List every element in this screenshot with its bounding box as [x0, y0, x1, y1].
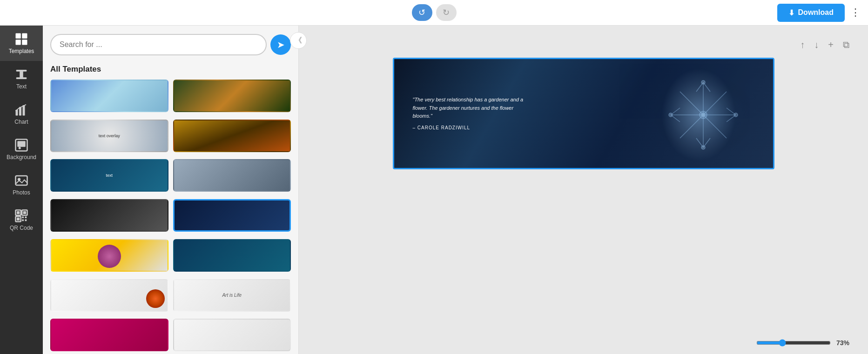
canvas-toolbar: ↑ ↓ + ⧉	[800, 40, 849, 50]
canvas-area: ↑ ↓ + ⧉	[299, 26, 868, 354]
svg-point-41	[701, 80, 705, 84]
svg-rect-3	[22, 40, 27, 45]
search-arrow-icon: ➤	[277, 39, 285, 50]
sidebar-background-label: Background	[7, 154, 36, 160]
svg-point-42	[701, 146, 705, 149]
template-thumb-10[interactable]	[173, 239, 291, 272]
svg-rect-21	[22, 216, 24, 218]
sidebar-item-photos[interactable]: Photos	[0, 167, 43, 202]
chart-icon	[14, 103, 28, 117]
text-icon	[14, 67, 28, 81]
search-bar: ➤	[43, 26, 298, 61]
template-thumb-5[interactable]: text	[50, 159, 168, 192]
svg-rect-16	[17, 211, 20, 214]
svg-line-33	[696, 82, 703, 92]
template-thumb-14[interactable]	[173, 319, 291, 351]
undo-button[interactable]: ↺	[412, 4, 432, 21]
svg-point-38	[701, 113, 705, 117]
svg-point-39	[669, 113, 673, 117]
template-thumb-11[interactable]	[50, 279, 168, 312]
sidebar-item-text[interactable]: Text	[0, 61, 43, 96]
svg-line-35	[696, 138, 703, 147]
photos-icon	[14, 174, 28, 187]
template-thumb-6[interactable]	[173, 159, 291, 192]
redo-button[interactable]: ↻	[436, 4, 457, 21]
sidebar-chart-label: Chart	[14, 119, 28, 125]
templates-panel: 《 ➤ All Templates text overlay text Art …	[43, 26, 299, 354]
quote-author: – CAROLE RADZIWILL	[413, 124, 525, 131]
template-thumb-12[interactable]: Art is Life	[173, 279, 291, 312]
canvas-quote: "The very best relationship has a garden…	[413, 96, 525, 132]
svg-rect-2	[16, 40, 21, 45]
search-button[interactable]: ➤	[270, 34, 291, 55]
move-down-button[interactable]: ↓	[814, 40, 819, 50]
top-bar-right: ⬇ Download ⋮	[777, 4, 861, 22]
svg-point-37	[700, 111, 707, 119]
move-up-button[interactable]: ↑	[800, 40, 805, 50]
template-thumb-2[interactable]	[173, 80, 291, 112]
svg-rect-43	[619, 64, 750, 166]
svg-rect-0	[16, 33, 21, 39]
svg-line-34	[703, 82, 710, 92]
template-thumb-13[interactable]	[50, 319, 168, 351]
sidebar-item-qrcode[interactable]: QR Code	[0, 202, 43, 238]
svg-line-36	[703, 138, 710, 147]
sidebar-item-background[interactable]: Background	[0, 132, 43, 167]
sidebar: Templates Text Chart	[0, 26, 43, 354]
sidebar-text-label: Text	[16, 83, 27, 90]
add-element-button[interactable]: +	[828, 40, 834, 50]
template-thumb-8[interactable]	[173, 199, 291, 232]
sidebar-photos-label: Photos	[13, 189, 30, 196]
history-controls: ↺ ↻	[412, 4, 457, 21]
svg-rect-18	[23, 211, 26, 214]
all-templates-label: All Templates	[43, 61, 298, 80]
download-button[interactable]: ⬇ Download	[777, 4, 845, 22]
svg-line-29	[671, 108, 680, 115]
templates-grid: text overlay text Art is Life	[43, 80, 298, 354]
svg-line-27	[680, 92, 727, 138]
top-bar: ↺ ↻ ⬇ Download ⋮	[0, 0, 868, 26]
sidebar-qrcode-label: QR Code	[10, 225, 33, 231]
svg-rect-20	[17, 218, 20, 220]
zoom-label: 73%	[836, 339, 849, 347]
svg-rect-6	[16, 77, 27, 79]
svg-line-32	[727, 115, 736, 122]
crystal-decoration	[619, 64, 750, 166]
search-input[interactable]	[50, 34, 267, 55]
canvas-frame[interactable]: "The very best relationship has a garden…	[393, 58, 774, 169]
svg-rect-9	[23, 105, 25, 116]
template-thumb-9[interactable]	[50, 239, 168, 272]
svg-rect-1	[22, 33, 27, 39]
template-thumb-7[interactable]	[50, 199, 168, 232]
template-thumb-3[interactable]: text overlay	[50, 120, 168, 152]
svg-line-31	[727, 108, 736, 115]
svg-point-12	[19, 147, 21, 149]
download-label: Download	[798, 8, 834, 17]
svg-rect-11	[17, 141, 26, 147]
zoom-slider[interactable]	[756, 339, 831, 347]
sidebar-templates-label: Templates	[9, 48, 34, 54]
main-area: Templates Text Chart	[0, 26, 868, 354]
canvas-image: "The very best relationship has a garden…	[394, 59, 773, 168]
svg-line-30	[671, 115, 680, 122]
template-thumb-4[interactable]	[173, 120, 291, 152]
svg-rect-22	[25, 216, 27, 218]
background-icon	[14, 138, 28, 152]
more-options-button[interactable]: ⋮	[850, 7, 861, 19]
svg-line-28	[680, 92, 727, 138]
download-icon: ⬇	[788, 8, 794, 17]
sidebar-item-templates[interactable]: Templates	[0, 26, 43, 61]
collapse-panel-button[interactable]: 《	[290, 32, 307, 49]
svg-rect-23	[22, 220, 24, 221]
templates-icon	[14, 32, 28, 46]
zoom-bar: 73%	[756, 339, 849, 347]
svg-rect-24	[25, 220, 27, 221]
sidebar-item-chart[interactable]: Chart	[0, 96, 43, 132]
qrcode-icon	[14, 209, 28, 223]
template-thumb-1[interactable]	[50, 80, 168, 112]
copy-element-button[interactable]: ⧉	[843, 40, 849, 50]
